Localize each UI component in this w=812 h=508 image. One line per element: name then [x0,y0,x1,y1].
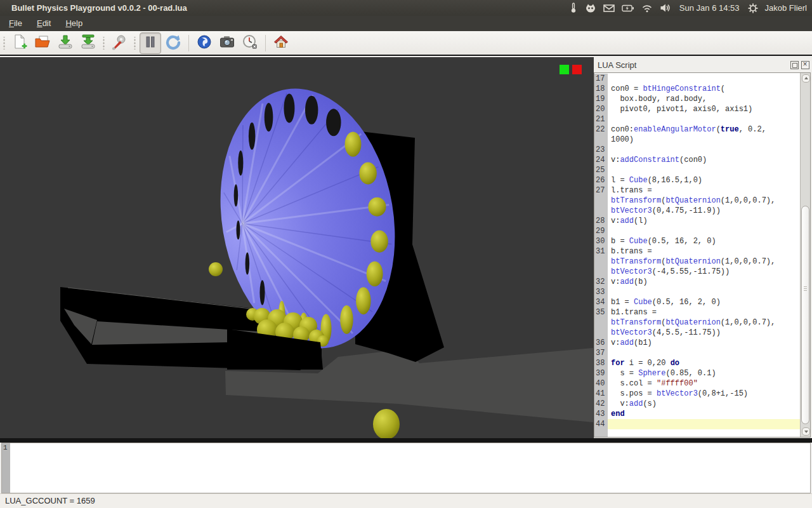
open-button[interactable] [32,32,53,54]
code-line: 25 [594,165,800,175]
wifi-icon[interactable] [641,4,653,13]
code-line: 44 [594,419,800,429]
menu-file[interactable]: File [3,16,28,31]
rim-sphere [359,162,376,184]
code-line: 27l.trans = [594,185,800,196]
rim-sphere [368,197,386,217]
code-line: btVector3(0,4.75,-11.9)) [594,206,800,216]
toolbar-separator [265,35,266,51]
volume-icon[interactable] [660,3,671,13]
scrollbar-thumb[interactable] [801,206,809,424]
code-line: 26l = Cube(8,16.5,1,0) [594,175,800,185]
code-line: btTransform(btQuaternion(1,0,0,0.7), [594,318,800,328]
rim-sphere [345,131,362,156]
line-number: 29 [594,226,608,236]
toolbar-separator [188,35,189,51]
code-line: 38for i = 0,20 do [594,358,800,368]
line-number: 42 [594,399,608,409]
pause-button[interactable] [140,32,161,54]
home-icon [273,34,289,53]
timer-button[interactable] [239,32,261,54]
code-line: btTransform(btQuaternion(1,0,0,0.7), [594,257,800,267]
line-number: 32 [594,277,608,287]
configure-button[interactable] [108,32,130,54]
statusbar: LUA_GCCOUNT = 1659 [0,493,812,508]
save-button[interactable] [55,32,76,54]
thermometer-icon[interactable] [569,3,578,13]
code-lines[interactable]: 1718con0 = btHingeConstraint(19 box.body… [594,74,800,437]
code-line: 29 [594,226,800,236]
code-line: 37 [594,348,800,358]
restart-button[interactable] [162,32,184,54]
new-file-button[interactable] [9,32,30,54]
close-panel-icon[interactable] [801,61,809,69]
sync-icon[interactable] [585,3,596,13]
gear-icon[interactable] [748,3,758,13]
titlebar: Bullet Physics Playground v0.0.2 - 00-ra… [0,0,812,16]
clock[interactable]: Sun Jan 6 14:53 [678,3,741,13]
code-line: btVector3(-4,5.55,-11.75)) [594,267,800,277]
debug-button[interactable] [193,32,215,54]
editor-scrollbar[interactable] [800,73,810,437]
toolbar-grip[interactable] [133,37,137,50]
line-number: 36 [594,338,608,348]
viewport-3d[interactable] [0,57,594,438]
line-number: 38 [594,358,608,368]
mail-icon[interactable] [603,4,615,13]
save-as-icon [80,34,96,53]
line-number: 17 [594,74,608,84]
screenshot-button[interactable] [216,32,238,54]
line-number: 43 [594,409,608,419]
toolbar-grip[interactable] [102,37,106,50]
line-number: 23 [594,145,608,155]
new-file-icon [11,34,28,53]
code-line: btVector3(4,5.5,-11.75)) [594,328,800,338]
rim-sphere [370,231,388,253]
divider [0,438,812,443]
rim-hole [326,109,341,136]
code-line: 40 s.col = "#ffff00" [594,378,800,389]
code-line: 35b1.trans = [594,307,800,318]
code-line: 42 v:add(s) [594,399,800,409]
code-line: 39 s = Sphere(0.85, 0.1) [594,368,800,378]
code-line: 18con0 = btHingeConstraint( [594,84,800,94]
line-number: 33 [594,287,608,297]
float-panel-icon[interactable] [790,61,799,69]
line-number [594,196,608,206]
save-icon [57,34,74,53]
system-tray: Sun Jan 6 14:53 Jakob Flierl [569,0,809,16]
rim-hole [234,184,239,206]
code-line: 33 [594,287,800,297]
line-number [594,318,608,328]
console-line-number: 1 [2,443,10,493]
menu-edit[interactable]: Edit [31,16,56,31]
line-number: 25 [594,165,608,175]
code-line: 24v:addConstraint(con0) [594,155,800,165]
lua-code-editor[interactable]: 1718con0 = btHingeConstraint(19 box.body… [594,72,811,438]
rim-hole [305,96,318,124]
code-line: 22con0:enableAngularMotor(true, 0.2, [594,124,800,135]
code-line: 17 [594,74,800,84]
session-user[interactable]: Jakob Flierl [765,3,809,13]
battery-icon[interactable] [622,4,634,12]
scroll-up-icon[interactable] [802,74,810,83]
console-input[interactable] [10,443,810,493]
code-line: 36v:add(b1) [594,338,800,348]
line-number: 28 [594,216,608,226]
save-as-button[interactable] [77,32,99,54]
home-button[interactable] [270,32,292,54]
code-line: 30b = Cube(0.5, 16, 2, 0) [594,236,800,246]
scroll-down-icon[interactable] [802,427,810,436]
rim-sphere [356,287,370,314]
line-number: 26 [594,175,608,185]
rim-hole [238,150,243,175]
line-number: 34 [594,297,608,307]
rim-hole [259,280,265,305]
panel-title: LUA Script [594,60,790,70]
toolbar-grip[interactable] [2,37,6,50]
lua-console[interactable]: 1 [1,443,811,493]
rim-hole [284,93,294,123]
rim-hole [265,103,273,131]
menu-help[interactable]: Help [60,16,88,31]
window-title: Bullet Physics Playground v0.0.2 - 00-ra… [11,0,187,16]
